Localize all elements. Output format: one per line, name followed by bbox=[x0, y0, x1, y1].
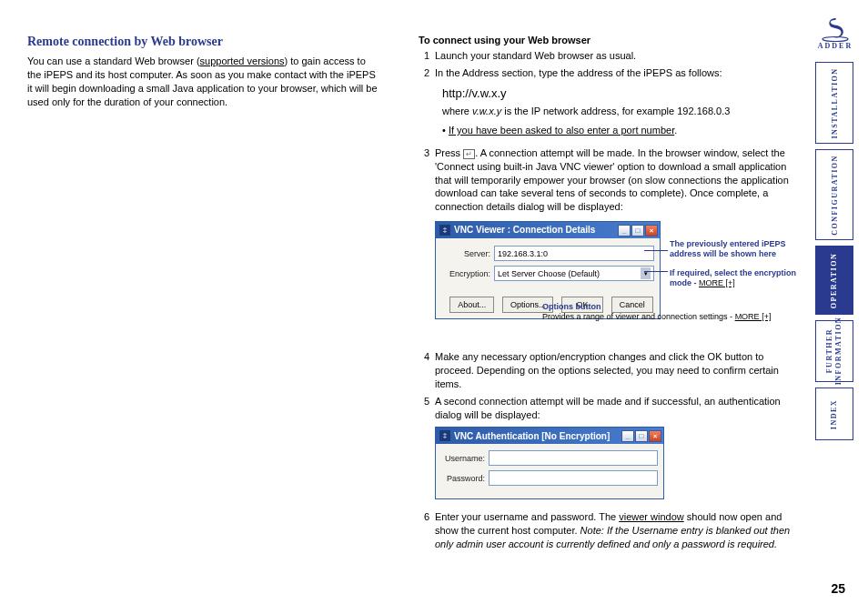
step-5-text: A second connection attempt will be made… bbox=[435, 396, 781, 420]
step-6: 6 Enter your username and password. The … bbox=[419, 510, 792, 551]
step-2: 2 In the Address section, type the addre… bbox=[419, 66, 792, 143]
tab-further-info[interactable]: FURTHER INFORMATION bbox=[815, 320, 853, 382]
address-example: http://v.w.x.y bbox=[442, 86, 792, 102]
app-icon: ‡ bbox=[439, 225, 450, 236]
step-num-4: 4 bbox=[419, 350, 435, 391]
step-num-2: 2 bbox=[419, 66, 435, 143]
further-line2: INFORMATION bbox=[834, 317, 843, 385]
tab-operation-label: OPERATION bbox=[831, 252, 839, 307]
maximize-button-2[interactable]: □ bbox=[635, 430, 648, 442]
about-button[interactable]: About... bbox=[449, 297, 494, 313]
step-3b: . A connection attempt will be made. In … bbox=[435, 147, 789, 212]
sidebar-nav: INSTALLATION CONFIGURATION OPERATION FUR… bbox=[815, 62, 853, 440]
step-6a: Enter your username and password. The bbox=[435, 511, 619, 522]
username-input[interactable] bbox=[489, 450, 658, 466]
encryption-label: Encryption: bbox=[441, 268, 494, 279]
step-num-3: 3 bbox=[419, 146, 435, 347]
tab-further-info-label: FURTHER INFORMATION bbox=[825, 317, 843, 385]
server-input[interactable] bbox=[494, 246, 654, 261]
tab-operation[interactable]: OPERATION bbox=[815, 246, 853, 315]
dialog1-body: Server: Encryption: Let Server Choose (D… bbox=[436, 238, 660, 293]
username-row: Username: bbox=[441, 450, 658, 466]
where-line: where v.w.x.y is the IP network address,… bbox=[442, 105, 792, 118]
where-ip: v.w.x.y bbox=[472, 106, 501, 116]
minimize-button-2[interactable]: _ bbox=[621, 430, 634, 442]
step-4: 4 Make any necessary option/encryption c… bbox=[419, 350, 792, 391]
step-4-body: Make any necessary option/encryption cha… bbox=[435, 350, 792, 391]
step-5: 5 A second connection attempt will be ma… bbox=[419, 395, 792, 508]
further-line1: FURTHER bbox=[825, 328, 833, 373]
vnc-auth-dialog: ‡ VNC Authentication [No Encryption] _ □… bbox=[435, 427, 664, 499]
leader-line-1 bbox=[644, 250, 668, 251]
page-number: 25 bbox=[831, 581, 845, 596]
app-icon-2: ‡ bbox=[439, 430, 450, 441]
maximize-button[interactable]: □ bbox=[631, 225, 644, 237]
port-bullet: • If you have been asked to also enter a… bbox=[442, 124, 792, 137]
server-label: Server: bbox=[441, 248, 494, 259]
server-row: Server: bbox=[441, 246, 654, 261]
password-row: Password: bbox=[441, 470, 658, 486]
enter-key-icon: ↵ bbox=[463, 149, 475, 159]
tab-index-label: INDEX bbox=[831, 398, 839, 428]
step-num-5: 5 bbox=[419, 395, 435, 508]
password-input[interactable] bbox=[489, 470, 658, 486]
minimize-button[interactable]: _ bbox=[618, 225, 631, 237]
step-3: 3 Press ↵. A connection attempt will be … bbox=[419, 146, 792, 347]
supported-versions-link[interactable]: supported versions bbox=[200, 55, 285, 66]
tab-installation-label: INSTALLATION bbox=[831, 67, 839, 138]
content-area: Remote connection by Web browser You can… bbox=[27, 35, 792, 555]
step-2-body: In the Address section, type the address… bbox=[435, 66, 792, 143]
callout-options-text: Provides a range of viewer and connectio… bbox=[542, 312, 735, 321]
step-num-6: 6 bbox=[419, 510, 435, 551]
snake-icon bbox=[820, 16, 851, 42]
encryption-value: Let Server Choose (Default) bbox=[498, 268, 600, 279]
encryption-row: Encryption: Let Server Choose (Default) … bbox=[441, 266, 654, 281]
dropdown-arrow-icon: ▾ bbox=[641, 267, 651, 279]
step-1-body: Launch your standard Web browser as usua… bbox=[435, 49, 792, 63]
callout-options-desc: Provides a range of viewer and connectio… bbox=[542, 311, 815, 322]
step-2-text: In the Address section, type the address… bbox=[435, 67, 722, 78]
viewer-window-link[interactable]: viewer window bbox=[619, 511, 684, 522]
password-label: Password: bbox=[441, 473, 489, 484]
step-num-1: 1 bbox=[419, 49, 435, 63]
intro-paragraph: You can use a standard Web browser (supp… bbox=[27, 55, 382, 108]
username-label: Username: bbox=[441, 453, 489, 464]
callout-server: The previously entered iPEPS address wil… bbox=[670, 239, 806, 259]
step-3-body: Press ↵. A connection attempt will be ma… bbox=[435, 146, 792, 347]
tab-index[interactable]: INDEX bbox=[815, 388, 853, 440]
close-button-2[interactable]: × bbox=[649, 430, 661, 442]
dialog2-body: Username: Password: bbox=[436, 444, 663, 498]
logo-text: ADDER bbox=[815, 42, 855, 50]
close-button[interactable]: × bbox=[645, 225, 658, 237]
intro-text-a: You can use a standard Web browser ( bbox=[27, 55, 200, 66]
right-column: To connect using your Web browser 1 Laun… bbox=[419, 35, 792, 555]
callout-encryption: If required, select the encryption mode … bbox=[670, 268, 806, 288]
tab-installation[interactable]: INSTALLATION bbox=[815, 62, 853, 144]
adder-logo: ADDER bbox=[815, 16, 855, 50]
step-6-body: Enter your username and password. The vi… bbox=[435, 510, 792, 551]
leader-line-2 bbox=[644, 271, 668, 272]
dialog1-wrapper: ‡ VNC Viewer : Connection Details _ □ × … bbox=[435, 221, 792, 319]
encryption-more-link[interactable]: MORE [+] bbox=[699, 278, 735, 287]
tab-configuration-label: CONFIGURATION bbox=[831, 155, 839, 236]
step-5-body: A second connection attempt will be made… bbox=[435, 395, 792, 508]
where-a: where bbox=[442, 106, 472, 116]
section-heading: Remote connection by Web browser bbox=[27, 35, 382, 49]
port-number-link[interactable]: If you have been asked to also enter a p… bbox=[449, 125, 674, 136]
options-more-link[interactable]: MORE [+] bbox=[735, 312, 772, 321]
steps-heading: To connect using your Web browser bbox=[419, 35, 792, 45]
step-3a: Press bbox=[435, 147, 463, 158]
dialog1-title: VNC Viewer : Connection Details bbox=[454, 224, 617, 237]
encryption-select[interactable]: Let Server Choose (Default) ▾ bbox=[494, 266, 654, 281]
dialog2-titlebar: ‡ VNC Authentication [No Encryption] _ □… bbox=[436, 428, 663, 444]
tab-configuration[interactable]: CONFIGURATION bbox=[815, 149, 853, 240]
where-b: is the IP network address, for example 1… bbox=[501, 106, 730, 116]
step-1: 1 Launch your standard Web browser as us… bbox=[419, 49, 792, 63]
left-column: Remote connection by Web browser You can… bbox=[27, 35, 382, 555]
dialog1-titlebar: ‡ VNC Viewer : Connection Details _ □ × bbox=[436, 222, 660, 238]
dialog2-title: VNC Authentication [No Encryption] bbox=[454, 430, 621, 443]
